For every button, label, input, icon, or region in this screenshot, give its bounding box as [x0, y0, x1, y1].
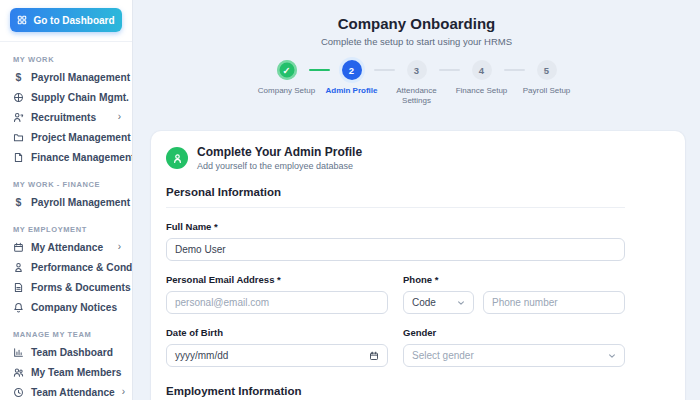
phone-code-select[interactable]: Code: [403, 291, 474, 314]
sidebar-item-label: Performance & Conduct: [31, 262, 133, 273]
step-label: Attendance Settings: [384, 86, 450, 107]
sidebar-item-label: Finance Management: [31, 152, 133, 163]
chevron-right-icon: ›: [118, 112, 121, 122]
step-number: 3: [407, 60, 427, 80]
step-payroll-setup[interactable]: 5 Payroll Setup: [525, 60, 569, 96]
sidebar-item-label: My Attendance: [31, 242, 103, 253]
sidebar: Go to Dashboard MY WORK $ Payroll Manage…: [0, 0, 133, 400]
step-connector: [309, 69, 330, 71]
sidebar-item-payroll-management-finance[interactable]: $ Payroll Management ›: [0, 192, 132, 212]
dashboard-grid-icon: [17, 15, 27, 25]
document-icon: [13, 152, 24, 163]
gender-select[interactable]: Select gender: [403, 344, 625, 367]
main-content: Company Onboarding Complete the setup to…: [133, 0, 700, 400]
sidebar-item-project-management[interactable]: Project Management ›: [0, 127, 132, 147]
profile-header: Complete Your Admin Profile Add yourself…: [166, 145, 625, 171]
sidebar-item-supply-chain[interactable]: Supply Chain Mgmt. ›: [0, 87, 132, 107]
go-to-dashboard-label: Go to Dashboard: [33, 15, 114, 26]
step-attendance-settings[interactable]: 3 Attendance Settings: [395, 60, 439, 107]
step-connector: [439, 69, 460, 71]
email-field[interactable]: [166, 291, 388, 314]
person-icon: [172, 153, 183, 164]
section-title-manage-my-team: MANAGE MY TEAM: [13, 330, 120, 339]
dob-placeholder: yyyy/mm/dd: [175, 350, 228, 361]
sidebar-item-label: Forms & Documents: [31, 282, 131, 293]
dollar-icon: $: [13, 197, 24, 208]
sidebar-item-team-dashboard[interactable]: Team Dashboard ›: [0, 342, 132, 362]
calendar-icon: [13, 242, 24, 253]
sidebar-item-payroll-management[interactable]: $ Payroll Management ›: [0, 67, 132, 87]
dob-label: Date of Birth: [166, 327, 388, 338]
chevron-down-icon: [608, 352, 616, 360]
supply-chain-icon: [13, 92, 24, 103]
gender-label: Gender: [403, 327, 625, 338]
chevron-down-icon: [457, 299, 465, 307]
step-label: Admin Profile: [319, 86, 385, 96]
employment-information-heading: Employment Information: [166, 385, 625, 400]
sidebar-item-performance-conduct[interactable]: Performance & Conduct ›: [0, 257, 132, 277]
file-lines-icon: [13, 282, 24, 293]
step-number: 4: [472, 60, 492, 80]
sidebar-item-label: Team Attendance: [31, 387, 115, 398]
sidebar-item-forms-documents[interactable]: Forms & Documents ›: [0, 277, 132, 297]
section-title-my-work: MY WORK: [13, 55, 120, 64]
sidebar-item-label: Supply Chain Mgmt.: [31, 92, 129, 103]
folder-icon: [13, 132, 24, 143]
admin-profile-card: Complete Your Admin Profile Add yourself…: [151, 131, 685, 400]
sidebar-item-label: Payroll Management: [31, 72, 130, 83]
sidebar-item-label: Project Management: [31, 132, 131, 143]
bar-chart-icon: [13, 347, 24, 358]
go-to-dashboard-button[interactable]: Go to Dashboard: [10, 8, 122, 32]
sidebar-item-company-notices[interactable]: Company Notices ›: [0, 297, 132, 317]
dob-field[interactable]: yyyy/mm/dd: [166, 344, 388, 367]
form-subtitle: Add yourself to the employee database: [197, 161, 362, 171]
email-label: Personal Email Address *: [166, 274, 388, 285]
full-name-field[interactable]: [166, 238, 625, 261]
page-subtitle: Complete the setup to start using your H…: [133, 36, 700, 47]
step-connector: [504, 69, 525, 71]
calendar-icon: [369, 351, 379, 361]
step-label: Payroll Setup: [514, 86, 580, 96]
profile-header-text: Complete Your Admin Profile Add yourself…: [197, 145, 362, 171]
sidebar-item-my-attendance[interactable]: My Attendance ›: [0, 237, 132, 257]
phone-number-field[interactable]: [483, 291, 625, 314]
section-title-my-employment: MY EMPLOYMENT: [13, 225, 120, 234]
step-company-setup[interactable]: ✓ Company Setup: [265, 60, 309, 96]
section-title-my-work-finance: MY WORK - FINANCE: [13, 180, 120, 189]
clock-icon: [13, 387, 24, 398]
full-name-label: Full Name *: [166, 221, 625, 232]
gender-placeholder: Select gender: [412, 350, 474, 361]
onboarding-stepper: ✓ Company Setup 2 Admin Profile 3 Attend…: [133, 60, 700, 107]
step-connector: [374, 69, 395, 71]
person-icon: [13, 112, 24, 123]
sidebar-item-label: Team Dashboard: [31, 347, 113, 358]
form-title: Complete Your Admin Profile: [197, 145, 362, 159]
sidebar-item-label: Company Notices: [31, 302, 117, 313]
avatar: [166, 147, 188, 169]
step-number: 2: [342, 60, 362, 80]
chevron-right-icon: ›: [122, 387, 125, 397]
sidebar-item-team-attendance[interactable]: Team Attendance ›: [0, 382, 132, 400]
chevron-right-icon: ›: [118, 242, 121, 252]
sidebar-item-label: Recruitments: [31, 112, 96, 123]
page-title: Company Onboarding: [133, 15, 700, 32]
app-window: Go to Dashboard MY WORK $ Payroll Manage…: [0, 0, 700, 400]
sidebar-item-recruitments[interactable]: Recruitments ›: [0, 107, 132, 127]
sidebar-item-my-team-members[interactable]: My Team Members ›: [0, 362, 132, 382]
dollar-icon: $: [13, 72, 24, 83]
personal-information-heading: Personal Information: [166, 186, 625, 208]
person-badge-icon: [13, 262, 24, 273]
check-icon: ✓: [277, 60, 297, 80]
step-number: 5: [537, 60, 557, 80]
phone-code-value: Code: [412, 297, 436, 308]
page-header: Company Onboarding Complete the setup to…: [133, 0, 700, 47]
sidebar-item-label: Payroll Management: [31, 197, 130, 208]
sidebar-item-label: My Team Members: [31, 367, 121, 378]
step-finance-setup[interactable]: 4 Finance Setup: [460, 60, 504, 96]
phone-label: Phone *: [403, 274, 625, 285]
sidebar-item-finance-management[interactable]: Finance Management ›: [0, 147, 132, 167]
sidebar-header: Go to Dashboard: [0, 0, 132, 42]
step-admin-profile[interactable]: 2 Admin Profile: [330, 60, 374, 96]
step-label: Company Setup: [254, 86, 320, 96]
people-icon: [13, 367, 24, 378]
